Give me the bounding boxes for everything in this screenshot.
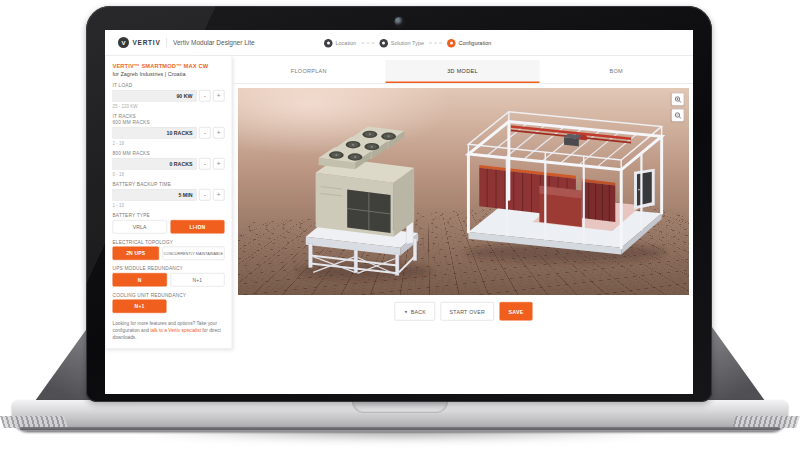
tab-3d-model[interactable]: 3D MODEL [386,60,540,83]
smartmod-3d-model[interactable] [465,112,667,263]
step-location[interactable]: Location [324,39,356,48]
battery-type-liion-button[interactable]: LI-ION [170,220,224,234]
battery-type-label: BATTERY TYPE [113,213,225,219]
ups-redundancy-toggle: UPS MODULE REDUNDANCY N N+1 [113,266,225,287]
save-button[interactable]: SAVE [500,302,533,321]
action-bar: ◄ BACK START OVER SAVE [238,302,689,321]
zoom-in-icon [674,96,681,103]
step-solution-type-label: Solution Type [391,40,424,46]
battery-time-increment-button[interactable]: + [213,189,225,201]
app-header: V VERTIV Vertiv Modular Designer Lite Lo… [105,30,693,56]
step-location-label: Location [336,40,357,46]
tab-floorplan[interactable]: FLOORPLAN [232,60,386,83]
step-connector [361,43,374,44]
specialist-link[interactable]: talk to a Vertiv specialist [150,327,201,333]
laptop-base [12,400,788,432]
racks-800-decrement-button[interactable]: - [199,158,211,170]
wizard-steps: Location Solution Type Configuration [324,30,491,56]
app-window: V VERTIV Vertiv Modular Designer Lite Lo… [105,30,693,394]
electrical-topology-toggle: ELECTRICAL TOPOLOGY 2N UPS CONCURRENTLY … [113,239,225,260]
topology-2n-ups-button[interactable]: 2N UPS [113,247,159,261]
back-button-label: BACK [411,308,426,314]
cooling-redundancy-label: COOLING UNIT REDUNDANCY [113,292,225,298]
sidebar-footnote: Looking for more features and options? T… [113,320,225,340]
racks-800-helper: 0 - 18 [113,172,225,177]
battery-time-input[interactable]: 5 MIN [113,189,197,201]
electrical-topology-label: ELECTRICAL TOPOLOGY [113,239,225,245]
tab-bom[interactable]: BOM [539,60,693,83]
back-arrow-icon: ◄ [404,309,408,314]
racks-800-increment-button[interactable]: + [213,158,225,170]
step-configuration-label: Configuration [459,40,492,46]
racks-600-input[interactable]: 10 RACKS [113,127,197,139]
racks-800-input[interactable]: 0 RACKS [113,158,197,170]
racks-600-helper: 2 - 18 [113,141,225,146]
zoom-out-icon [674,112,681,119]
3d-scene[interactable] [238,88,689,295]
config-sidebar: VERTIV™ SMARTMOD™ MAX CW for Zagreb Indu… [105,56,232,348]
cooling-redundancy-n-plus-1-button[interactable]: N+1 [113,300,167,314]
it-load-increment-button[interactable]: + [213,90,225,102]
it-racks-group-label: IT RACKS [113,114,225,120]
it-load-value: 90 KW [176,93,192,99]
it-load-helper: 25 - 220 KW [113,104,225,109]
webcam [395,17,404,26]
it-load-label: IT LOAD [113,83,225,89]
battery-time-value: 5 MIN [178,192,192,198]
start-over-button[interactable]: START OVER [441,302,494,321]
step-location-icon [324,39,333,48]
racks-600-value: 10 RACKS [167,130,193,136]
speaker-grille-right [732,416,800,428]
logo-glyph: V [121,39,125,46]
laptop-screen: V VERTIV Vertiv Modular Designer Lite Lo… [105,30,693,394]
product-title: VERTIV™ SMARTMOD™ MAX CW [113,63,225,69]
page-title: Vertiv Modular Designer Lite [173,39,255,47]
racks-600-field: IT RACKS 600 MM RACKS 10 RACKS - + 2 - 1… [113,114,225,146]
battery-time-decrement-button[interactable]: - [199,189,211,201]
it-load-input[interactable]: 90 KW [113,90,197,102]
battery-type-toggle: BATTERY TYPE VRLA LI-ION [113,213,225,234]
battery-time-helper: 1 - 10 [113,203,225,208]
step-connector [429,43,442,44]
chiller-3d-model[interactable] [296,126,432,279]
project-subtitle: for Zagreb Industries | Croatia [113,71,225,77]
view-tabs: FLOORPLAN 3D MODEL BOM [232,60,693,84]
ups-redundancy-label: UPS MODULE REDUNDANCY [113,266,225,272]
laptop-mockup: V VERTIV Vertiv Modular Designer Lite Lo… [0,0,800,450]
battery-type-vrla-button[interactable]: VRLA [113,220,167,234]
ups-redundancy-n-button[interactable]: N [113,273,167,287]
laptop-bezel: V VERTIV Vertiv Modular Designer Lite Lo… [86,6,712,402]
racks-600-label: 600 MM RACKS [113,120,225,126]
cooling-redundancy-toggle: COOLING UNIT REDUNDANCY N+1 [113,292,225,313]
step-solution-type[interactable]: Solution Type [379,39,424,48]
zoom-in-button[interactable] [672,93,685,106]
ups-redundancy-n-plus-1-button[interactable]: N+1 [170,273,224,287]
it-load-field: IT LOAD 90 KW - + 25 - 220 KW [113,83,225,109]
racks-800-label: 800 MM RACKS [113,151,225,157]
step-configuration[interactable]: Configuration [447,39,491,48]
topology-concurrently-maintainable-button[interactable]: CONCURRENTLY MAINTAINABLE [162,247,224,261]
header-divider [166,38,167,47]
racks-600-increment-button[interactable]: + [213,127,225,139]
battery-time-field: BATTERY BACKUP TIME 5 MIN - + 1 - 10 [113,182,225,208]
racks-800-value: 0 RACKS [169,161,192,167]
it-load-decrement-button[interactable]: - [199,90,211,102]
zoom-controls [672,93,685,122]
vertiv-logo-icon: V [118,37,129,48]
battery-time-label: BATTERY BACKUP TIME [113,182,225,188]
step-solution-type-icon [379,39,388,48]
brand-name: VERTIV [133,39,161,47]
back-button[interactable]: ◄ BACK [395,302,436,321]
zoom-out-button[interactable] [672,109,685,122]
main-panel: FLOORPLAN 3D MODEL BOM [232,56,693,394]
racks-800-field: 800 MM RACKS 0 RACKS - + 0 - 18 [113,151,225,177]
speaker-grille-left [0,416,68,428]
3d-viewport[interactable] [238,88,689,295]
racks-600-decrement-button[interactable]: - [199,127,211,139]
step-configuration-icon [447,39,456,48]
